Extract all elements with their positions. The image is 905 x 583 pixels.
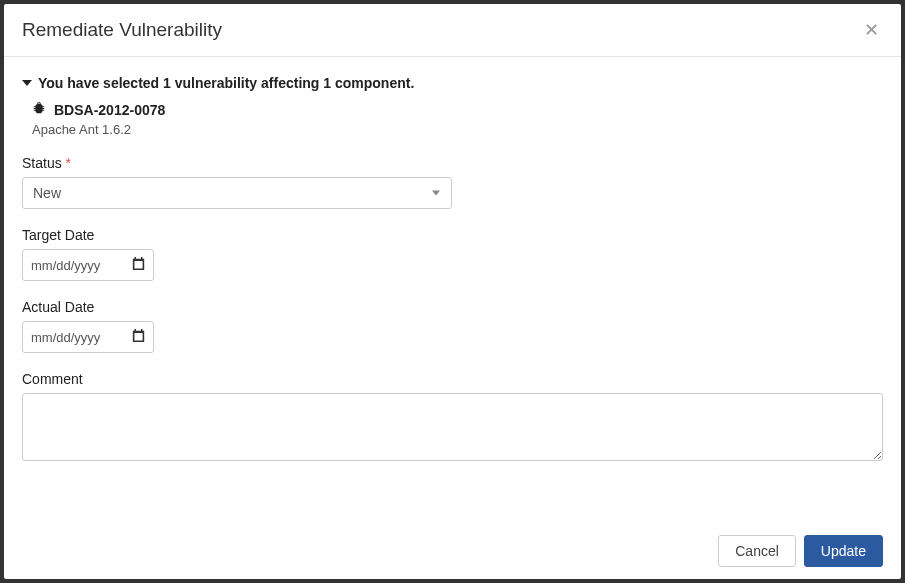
dialog-body: You have selected 1 vulnerability affect… [4, 57, 901, 523]
dialog-footer: Cancel Update [4, 523, 901, 579]
remediate-vulnerability-dialog: Remediate Vulnerability ✕ You have selec… [4, 4, 901, 579]
actual-date-label: Actual Date [22, 299, 883, 315]
actual-date-input[interactable]: mm/dd/yyyy [22, 321, 154, 353]
actual-date-group: Actual Date mm/dd/yyyy [22, 299, 883, 353]
comment-label: Comment [22, 371, 883, 387]
required-marker: * [66, 155, 71, 171]
comment-group: Comment [22, 371, 883, 465]
vulnerability-row: BDSA-2012-0078 [32, 101, 883, 118]
update-button[interactable]: Update [804, 535, 883, 567]
calendar-icon [132, 329, 145, 345]
target-date-placeholder: mm/dd/yyyy [31, 258, 100, 273]
actual-date-placeholder: mm/dd/yyyy [31, 330, 100, 345]
component-name: Apache Ant 1.6.2 [32, 122, 883, 137]
close-icon: ✕ [864, 19, 879, 41]
cancel-button[interactable]: Cancel [718, 535, 796, 567]
status-select[interactable]: New [22, 177, 452, 209]
status-value: New [33, 185, 61, 201]
dialog-header: Remediate Vulnerability ✕ [4, 4, 901, 57]
status-label: Status * [22, 155, 883, 171]
bug-icon [32, 101, 46, 118]
vulnerability-id: BDSA-2012-0078 [54, 102, 165, 118]
comment-textarea[interactable] [22, 393, 883, 461]
selection-summary-toggle[interactable]: You have selected 1 vulnerability affect… [22, 75, 883, 91]
dialog-title: Remediate Vulnerability [22, 19, 222, 41]
selection-summary-text: You have selected 1 vulnerability affect… [38, 75, 414, 91]
calendar-icon [132, 257, 145, 273]
close-button[interactable]: ✕ [859, 18, 883, 42]
target-date-group: Target Date mm/dd/yyyy [22, 227, 883, 281]
status-group: Status * New [22, 155, 883, 209]
target-date-label: Target Date [22, 227, 883, 243]
caret-down-icon [22, 80, 32, 86]
target-date-input[interactable]: mm/dd/yyyy [22, 249, 154, 281]
